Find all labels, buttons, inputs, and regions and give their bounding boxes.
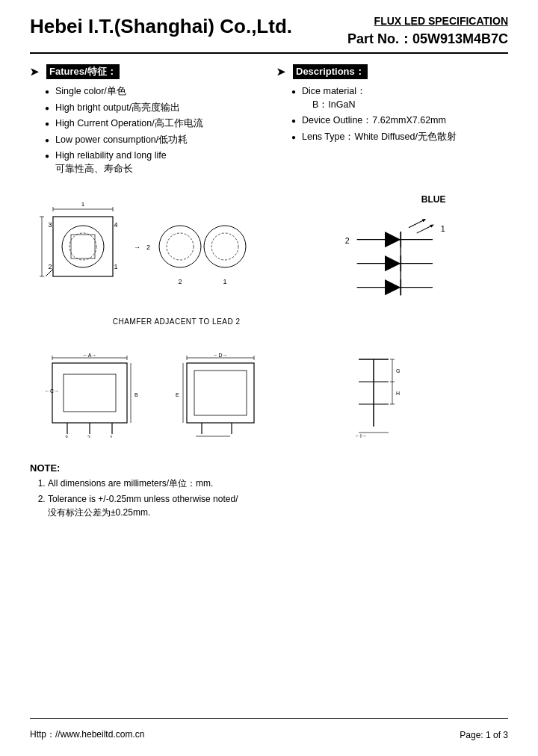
dice-value: B：InGaN [302,99,508,112]
website-link: Http：//www.hebeiltd.com.cn [30,728,144,741]
svg-point-1 [62,226,104,267]
list-item: High bright output/高亮度输出 [45,102,262,115]
svg-text:G: G [396,368,400,374]
package-diagram: 3 2 4 1 1 → 2 [31,194,322,326]
svg-text:1: 1 [110,435,113,438]
features-descriptions-section: ➤ Fatures/特征： Single color/单色 High brigh… [30,64,508,179]
circuit-svg: 2 1 [337,208,457,327]
svg-text:4: 4 [114,221,117,229]
descriptions-list: Dice material： B：InGaN Device Outline：7.… [276,85,508,143]
blue-label: BLUE [359,194,507,205]
svg-text:←F→: ←F→ [206,437,220,438]
header-divider [30,52,508,54]
svg-point-19 [167,233,194,260]
svg-text:1: 1 [81,201,85,208]
note-item: All dimensions are millimeters/单位：mm. [48,477,508,490]
part-label: Part No.： [347,31,412,46]
svg-point-18 [159,226,201,267]
page: Hebei I.T.(Shanghai) Co.,Ltd. FLUX LED S… [0,0,538,756]
circuit-symbol: BLUE 2 1 [322,194,507,329]
svg-rect-43 [64,374,116,412]
list-item: High Current Operation/高工作电流 [45,117,262,131]
arrow-icon: ➤ [276,66,285,78]
svg-point-21 [211,233,238,260]
svg-text:2: 2 [178,278,182,285]
svg-text:1: 1 [114,263,117,270]
descriptions-section: ➤ Descriptions： Dice material： B：InGaN D… [276,64,508,179]
dimensions-section: ←A→ B 3 2 1 ←C→ [30,348,508,440]
list-item: Single color/单色 [45,85,262,99]
svg-text:←I→: ←I→ [355,433,367,438]
part-value: 05W913M4B7C [412,31,508,46]
footer-divider [30,718,508,719]
svg-rect-58 [194,371,247,415]
svg-text:B: B [134,392,138,397]
svg-text:3: 3 [65,435,68,438]
footer: Http：//www.hebeiltd.com.cn Page: 1 of 3 [30,728,508,741]
list-item: Lens Type：White Diffused/无色散射 [291,131,508,144]
top-view-group: 3 2 4 1 1 → 2 [40,201,150,276]
svg-text:1: 1 [223,278,226,285]
svg-text:←C→: ←C→ [45,388,59,394]
svg-marker-33 [385,279,401,295]
svg-text:2: 2 [87,435,90,438]
svg-text:1: 1 [441,224,445,233]
descriptions-label: Descriptions： [293,64,368,79]
svg-text:←A→: ←A→ [83,353,97,358]
notes-section: NOTE: All dimensions are millimeters/单位：… [30,462,508,519]
svg-text:2: 2 [48,263,52,270]
header: Hebei I.T.(Shanghai) Co.,Ltd. FLUX LED S… [30,15,508,48]
svg-marker-29 [385,232,401,247]
dim-drawings: ←A→ B 3 2 1 ←C→ [30,348,508,440]
spec-title: FLUX LED SPECIFICATION [347,15,508,27]
features-label: Fatures/特征： [46,64,120,79]
list-item: High reliability and long life 可靠性高、寿命长 [45,149,262,176]
svg-text:→: → [134,244,140,251]
header-right: FLUX LED SPECIFICATION Part No.：05W913M4… [347,15,508,48]
svg-point-20 [204,226,246,267]
side-view-group: 2 1 [159,226,246,285]
svg-text:H: H [396,391,400,396]
descriptions-title: ➤ Descriptions： [276,64,508,79]
dimensions-svg: ←A→ B 3 2 1 ←C→ [30,348,508,438]
notes-list: All dimensions are millimeters/单位：mm. To… [30,477,508,519]
page-number: Page: 1 of 3 [460,730,508,740]
svg-point-2 [69,233,96,260]
svg-text:E: E [176,392,179,397]
company-name: Hebei I.T.(Shanghai) Co.,Ltd. [30,15,292,38]
list-item: Device Outline：7.62mmX7.62mm [291,114,508,128]
features-title: ➤ Fatures/特征： [30,64,262,79]
list-item: Dice material： B：InGaN [291,85,508,111]
svg-text:3: 3 [48,221,52,229]
features-list: Single color/单色 High bright output/高亮度输出… [30,85,262,176]
svg-text:2: 2 [146,244,150,251]
svg-rect-3 [71,235,95,258]
diagrams-section: 3 2 4 1 1 → 2 [30,193,508,330]
part-number: Part No.：05W913M4B7C [347,30,508,48]
notes-title: NOTE: [30,462,508,474]
chamfer-label: CHAMFER ADJACENT TO LEAD 2 [31,317,322,326]
svg-marker-31 [385,255,401,271]
note-item: Tolerance is +/-0.25mm unless otherwise … [48,492,508,519]
arrow-icon: ➤ [30,66,39,78]
list-item: Low power consumption/低功耗 [45,134,262,147]
svg-text:2: 2 [345,236,350,245]
svg-text:←D→: ←D→ [213,353,227,358]
led-package-svg: 3 2 4 1 1 → 2 [31,194,270,314]
svg-line-39 [409,220,424,228]
svg-rect-57 [187,363,254,423]
svg-line-40 [417,225,433,233]
features-section: ➤ Fatures/特征： Single color/单色 High brigh… [30,64,262,179]
